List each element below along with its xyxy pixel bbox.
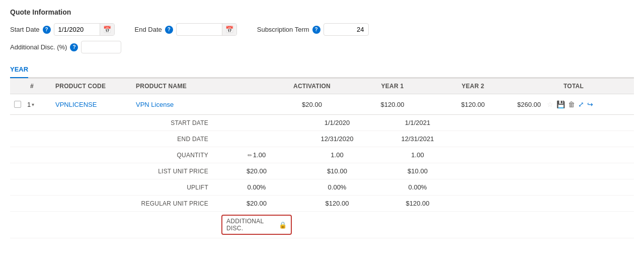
quantity-extra [458,151,634,159]
regular-unit-price-label: REGULAR UNIT PRICE [10,196,216,211]
table-header: # PRODUCT CODE PRODUCT NAME ACTIVATION Y… [10,78,634,94]
start-date-input[interactable] [54,24,100,35]
start-date-detail-label: START DATE [10,115,216,131]
pencil-icon[interactable]: ✏ [248,152,252,158]
list-unit-price-extra [458,167,634,175]
end-date-input-wrapper: 📅 [176,23,237,36]
list-unit-price-activation: $20.00 [216,163,297,179]
start-date-year1: 1/1/2020 [297,115,377,131]
expand-icon[interactable]: ⤢ [578,100,584,108]
end-date-activation [216,135,297,143]
lock-icon[interactable]: 🔒 [279,221,287,229]
subscription-term-field: Subscription Term ? [257,23,369,36]
subscription-term-input[interactable] [324,23,369,36]
end-date-detail-label: END DATE [10,132,216,147]
action-icons: ☆ 💾 🗑 ⤢ ↪ [544,96,596,112]
detail-row-uplift: UPLIFT 0.00% 0.00% 0.00% [10,179,634,196]
regular-unit-price-extra [458,200,634,208]
additional-disc-highlighted-box[interactable]: ADDITIONAL DISC. 🔒 [221,215,292,235]
th-activation: ACTIVATION [272,79,352,94]
quantity-activation: ✏1.00 [216,147,297,163]
year2-cell: $120.00 [433,97,513,112]
additional-disc-box-cell: ADDITIONAL DISC. 🔒 [216,212,297,238]
row-checkbox-cell [10,97,25,112]
detail-row-regular-unit-price: REGULAR UNIT PRICE $20.00 $120.00 $120.0… [10,196,634,212]
detail-row-quantity: QUANTITY ✏1.00 1.00 1.00 [10,147,634,163]
row-num-cell: 1 ▾ [25,97,50,112]
detail-row-end-date: END DATE 12/31/2020 12/31/2021 [10,131,634,147]
additional-disc-detail-label [10,221,216,229]
form-row-disc: Additional Disc. (%) ? [10,41,634,53]
th-product-name: PRODUCT NAME [131,79,272,94]
th-year1: YEAR 1 [352,79,433,94]
th-checkbox [10,79,25,94]
list-unit-price-year1: $10.00 [297,163,377,179]
row-number: 1 [27,101,31,108]
start-date-activation [216,119,297,127]
uplift-label: UPLIFT [10,180,216,195]
section-title: Quote Information [10,8,634,16]
product-code-cell[interactable]: VPNLICENSE [50,97,131,112]
start-date-extra [458,119,634,127]
activation-cell: $20.00 [272,97,352,112]
th-total: TOTAL [513,79,634,94]
row-checkbox[interactable] [14,101,21,108]
start-date-calendar-icon[interactable]: 📅 [100,24,114,35]
quantity-year1: 1.00 [297,147,377,163]
product-table: # PRODUCT CODE PRODUCT NAME ACTIVATION Y… [10,78,634,238]
regular-unit-price-year1: $120.00 [297,196,377,211]
end-date-input[interactable] [177,24,222,35]
detail-section: START DATE 1/1/2020 1/1/2021 END DATE 12… [10,115,634,238]
star-icon[interactable]: ☆ [547,100,553,108]
end-date-help-icon[interactable]: ? [165,26,173,34]
form-row-dates: Start Date ? 📅 End Date ? 📅 Subscription… [10,23,634,36]
th-year2: YEAR 2 [433,79,513,94]
total-cell: $260.00 [517,101,541,108]
start-date-label: Start Date [10,26,40,33]
uplift-extra [458,183,634,191]
start-date-input-wrapper: 📅 [54,23,115,36]
start-date-help-icon[interactable]: ? [43,26,51,34]
additional-disc-input[interactable] [81,41,121,53]
year1-cell: $120.00 [352,97,433,112]
additional-disc-box-label: ADDITIONAL DISC. [226,218,279,232]
uplift-activation: 0.00% [216,179,297,195]
arrow-icon[interactable]: ↪ [587,100,593,108]
additional-disc-field: Additional Disc. (%) ? [10,41,121,53]
list-unit-price-label: LIST UNIT PRICE [10,164,216,179]
additional-disc-help-icon[interactable]: ? [70,43,78,51]
end-date-year2: 12/31/2021 [377,131,458,147]
subscription-term-label: Subscription Term [257,26,309,33]
detail-row-list-unit-price: LIST UNIT PRICE $20.00 $10.00 $10.00 [10,163,634,179]
table-row: 1 ▾ VPNLICENSE VPN License $20.00 $120.0… [10,94,634,115]
quantity-detail-label: QUANTITY [10,148,216,163]
end-date-extra [458,135,634,143]
additional-disc-year1 [297,221,377,229]
tab-year[interactable]: YEAR [10,61,28,78]
additional-disc-label: Additional Disc. (%) [10,43,67,51]
uplift-year2: 0.00% [377,179,458,195]
end-date-field: End Date ? 📅 [135,23,237,36]
th-num: # [25,79,50,94]
detail-row-additional-disc: ADDITIONAL DISC. 🔒 [10,212,634,238]
tabs-row: YEAR [10,61,634,78]
end-date-calendar-icon[interactable]: 📅 [222,24,236,35]
save-icon[interactable]: 💾 [556,100,565,108]
list-unit-price-year2: $10.00 [377,163,458,179]
regular-unit-price-activation: $20.00 [216,196,297,211]
start-date-field: Start Date ? 📅 [10,23,115,36]
subscription-term-help-icon[interactable]: ? [312,26,320,34]
quantity-year2: 1.00 [377,147,458,163]
additional-disc-extra [458,221,634,229]
product-name-cell[interactable]: VPN License [131,97,272,112]
page-container: Quote Information Start Date ? 📅 End Dat… [0,0,644,257]
chevron-down-icon[interactable]: ▾ [32,102,34,107]
th-product-code: PRODUCT CODE [50,79,131,94]
delete-icon[interactable]: 🗑 [568,100,575,108]
detail-row-start-date: START DATE 1/1/2020 1/1/2021 [10,115,634,131]
end-date-year1: 12/31/2020 [297,131,377,147]
regular-unit-price-year2: $120.00 [377,196,458,211]
uplift-year1: 0.00% [297,179,377,195]
end-date-label: End Date [135,26,162,33]
additional-disc-year2 [377,221,458,229]
